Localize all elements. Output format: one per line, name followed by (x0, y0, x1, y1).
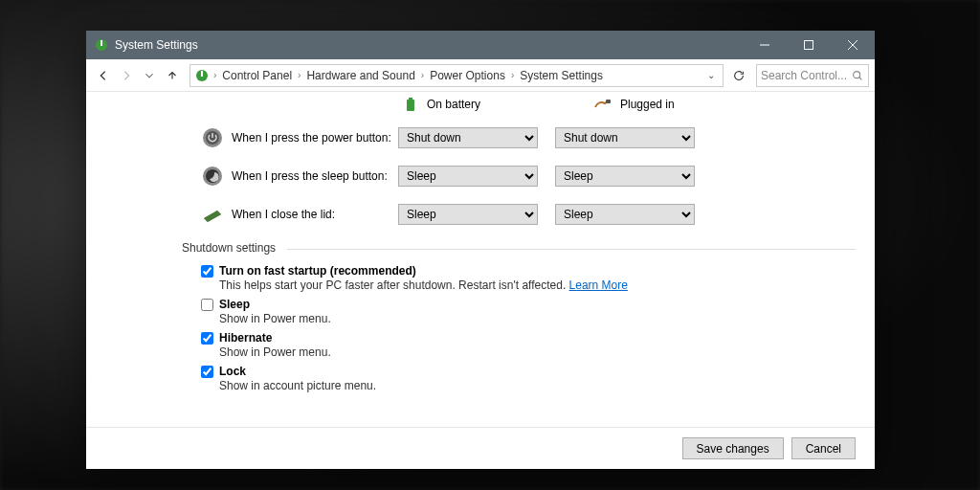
check-hibernate: Hibernate Show in Power menu. (201, 331, 856, 359)
content: On battery Plugged in When I press the p… (86, 92, 875, 427)
titlebar: System Settings (86, 31, 875, 59)
chevron-right-icon: › (298, 70, 301, 80)
shutdown-settings-heading: Shutdown settings (182, 241, 856, 256)
crumb-system-settings[interactable]: System Settings (518, 69, 605, 82)
plug-icon (593, 98, 612, 111)
svg-rect-7 (409, 98, 412, 100)
crumb-power-options[interactable]: Power Options (428, 69, 507, 82)
check-lock: Lock Show in account picture menu. (201, 365, 856, 392)
power-plan-icon (194, 68, 210, 83)
sleep-button-plugged-select[interactable]: Sleep (555, 166, 695, 187)
svg-rect-1 (100, 40, 102, 46)
forward-button[interactable] (115, 64, 138, 87)
row-close-lid: When I close the lid: Sleep Sleep (201, 203, 856, 226)
breadcrumb[interactable]: › Control Panel › Hardware and Sound › P… (189, 64, 724, 87)
laptop-lid-icon (201, 203, 224, 226)
svg-rect-8 (606, 100, 611, 103)
chevron-right-icon: › (511, 70, 514, 80)
lock-label: Lock (219, 365, 246, 378)
battery-icon (402, 96, 419, 113)
lock-desc: Show in account picture menu. (219, 379, 856, 392)
hibernate-checkbox[interactable] (201, 332, 213, 345)
sleep-button-battery-select[interactable]: Sleep (398, 166, 538, 187)
fast-startup-label: Turn on fast startup (recommended) (219, 264, 416, 278)
power-button-icon (201, 126, 224, 149)
close-lid-label: When I close the lid: (232, 208, 398, 221)
fast-startup-checkbox[interactable] (201, 265, 213, 278)
breadcrumb-dropdown[interactable]: ⌄ (703, 70, 719, 80)
learn-more-link[interactable]: Learn More (569, 278, 628, 292)
cancel-button[interactable]: Cancel (791, 437, 856, 459)
sleep-button-icon (201, 165, 224, 188)
svg-point-5 (854, 71, 860, 78)
hibernate-label: Hibernate (219, 331, 272, 345)
close-lid-plugged-select[interactable]: Sleep (555, 204, 695, 225)
app-icon (94, 37, 109, 53)
navbar: › Control Panel › Hardware and Sound › P… (86, 59, 875, 92)
fast-startup-desc: This helps start your PC faster after sh… (219, 278, 566, 292)
back-button[interactable] (92, 64, 115, 87)
sleep-button-label: When I press the sleep button: (232, 169, 398, 183)
hibernate-desc: Show in Power menu. (219, 345, 856, 359)
window-title: System Settings (115, 38, 198, 52)
sleep-checkbox[interactable] (201, 299, 213, 311)
crumb-hardware[interactable]: Hardware and Sound (304, 69, 416, 82)
refresh-button[interactable] (727, 64, 750, 87)
footer: Save changes Cancel (86, 427, 875, 469)
check-fast-startup: Turn on fast startup (recommended) This … (201, 264, 856, 292)
chevron-right-icon: › (421, 70, 424, 80)
up-button[interactable] (161, 64, 184, 87)
close-button[interactable] (831, 31, 875, 59)
power-button-battery-select[interactable]: Shut down (398, 127, 538, 148)
row-sleep-button: When I press the sleep button: Sleep Sle… (201, 165, 856, 188)
check-sleep: Sleep Show in Power menu. (201, 298, 856, 325)
search-placeholder: Search Control... (761, 69, 847, 82)
sleep-desc: Show in Power menu. (219, 312, 856, 325)
svg-rect-6 (407, 100, 414, 111)
search-icon (851, 69, 864, 82)
maximize-button[interactable] (787, 31, 831, 59)
save-changes-button[interactable]: Save changes (682, 437, 784, 459)
close-lid-battery-select[interactable]: Sleep (398, 204, 538, 225)
recent-dropdown[interactable] (138, 64, 161, 87)
column-plugged-in: Plugged in (593, 96, 746, 113)
column-on-battery: On battery (402, 96, 555, 113)
svg-rect-2 (805, 41, 813, 50)
crumb-control-panel[interactable]: Control Panel (220, 69, 294, 82)
scroll-area[interactable]: On battery Plugged in When I press the p… (86, 92, 875, 427)
power-button-plugged-select[interactable]: Shut down (555, 127, 695, 148)
lock-checkbox[interactable] (201, 366, 213, 378)
minimize-button[interactable] (743, 31, 787, 59)
row-power-button: When I press the power button: Shut down… (201, 126, 856, 149)
power-button-label: When I press the power button: (232, 131, 398, 145)
sleep-label: Sleep (219, 298, 250, 311)
chevron-right-icon: › (213, 70, 216, 80)
search-input[interactable]: Search Control... (756, 64, 869, 87)
window: System Settings › Control Panel › Hardwa… (86, 31, 875, 469)
svg-rect-4 (201, 71, 203, 77)
